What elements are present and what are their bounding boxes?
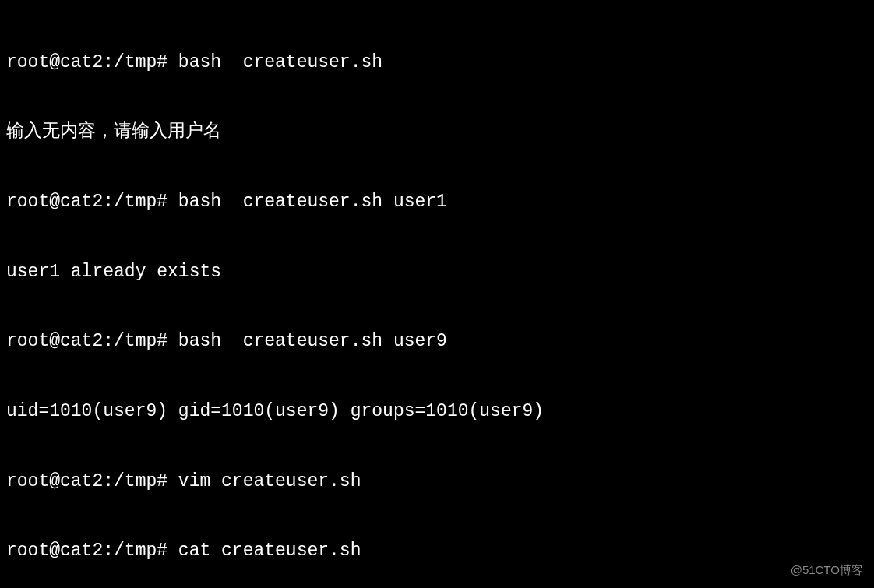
watermark-text: @51CTO博客 bbox=[791, 562, 863, 578]
terminal-line: 输入无内容，请输入用户名 bbox=[6, 121, 868, 144]
terminal-line: root@cat2:/tmp# vim createuser.sh bbox=[6, 470, 868, 494]
terminal-line: root@cat2:/tmp# bash createuser.sh user1 bbox=[6, 191, 868, 214]
terminal-line: root@cat2:/tmp# bash createuser.sh bbox=[6, 51, 868, 75]
terminal-line: root@cat2:/tmp# cat createuser.sh bbox=[6, 540, 868, 563]
terminal-line: root@cat2:/tmp# bash createuser.sh user9 bbox=[6, 330, 868, 354]
terminal-line: user1 already exists bbox=[6, 261, 868, 284]
terminal-output[interactable]: root@cat2:/tmp# bash createuser.sh 输入无内容… bbox=[6, 5, 868, 588]
terminal-line: uid=1010(user9) gid=1010(user9) groups=1… bbox=[6, 400, 868, 424]
